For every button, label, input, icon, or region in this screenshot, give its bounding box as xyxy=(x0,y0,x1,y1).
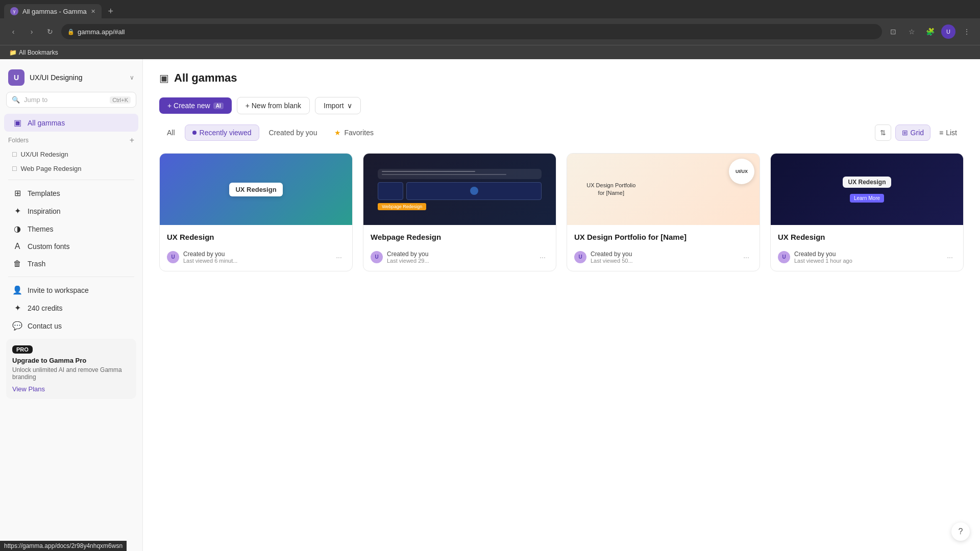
toolbar-actions: ⊡ ☆ 🧩 U ⋮ xyxy=(886,24,974,39)
card-body: UX Redesign U Created by you Last viewed… xyxy=(160,225,352,271)
invite-icon: 👤 xyxy=(12,285,22,295)
card-avatar: U xyxy=(778,251,790,263)
card-more-button[interactable]: ··· xyxy=(333,251,345,263)
portfolio-text: UX Design Portfoliofor [Name] xyxy=(586,182,635,197)
folder-icon: 📁 xyxy=(9,49,17,56)
cards-grid: UX Redesign UX Redesign U Created by you… xyxy=(159,153,964,271)
search-bar[interactable]: 🔍 Jump to Ctrl+K xyxy=(6,92,136,108)
card-last-viewed: Last viewed 6 minut... xyxy=(183,258,329,264)
sidebar-item-credits[interactable]: ✦ 240 credits xyxy=(4,299,138,317)
card-avatar: U xyxy=(167,251,179,263)
forward-button[interactable]: › xyxy=(24,24,39,39)
menu-icon[interactable]: ⋮ xyxy=(960,24,974,39)
card-body: Webpage Redesign U Created by you Last v… xyxy=(363,225,556,271)
lock-icon: 🔒 xyxy=(67,29,75,35)
inspiration-label: Inspiration xyxy=(28,207,61,215)
folder-web-page-redesign[interactable]: □ Web Page Redesign xyxy=(4,161,138,176)
workspace-avatar: U xyxy=(8,69,24,86)
new-from-blank-button[interactable]: + New from blank xyxy=(237,97,310,114)
star-icon: ★ xyxy=(334,129,341,137)
reload-button[interactable]: ↻ xyxy=(43,24,57,39)
address-bar[interactable]: 🔒 gamma.app/#all xyxy=(61,24,882,39)
card-meta-info: Created by you Last viewed 29... xyxy=(387,251,532,264)
tab-close-btn[interactable]: ✕ xyxy=(91,8,95,15)
card-body: UX Redesign U Created by you Last viewed… xyxy=(771,225,963,271)
list-icon: ≡ xyxy=(939,129,943,137)
thumb-label-4: UX Redesign xyxy=(843,177,891,188)
active-tab[interactable]: γ All gammas - Gamma ✕ xyxy=(4,4,102,18)
card-creator: Created by you xyxy=(183,251,329,258)
profile-icon[interactable]: U xyxy=(941,24,955,39)
search-icon: 🔍 xyxy=(12,96,20,104)
card-more-button[interactable]: ··· xyxy=(944,251,956,263)
card-more-button[interactable]: ··· xyxy=(536,251,549,263)
cast-icon[interactable]: ⊡ xyxy=(886,24,900,39)
sort-button[interactable]: ⇅ xyxy=(875,124,891,141)
card-creator: Created by you xyxy=(591,251,736,258)
app-container: U UX/UI Designing ∨ 🔍 Jump to Ctrl+K ▣ A… xyxy=(0,59,980,551)
custom-fonts-icon: A xyxy=(12,242,22,251)
card-meta: U Created by you Last viewed 50... ··· xyxy=(574,251,752,264)
new-tab-button[interactable]: + xyxy=(104,4,118,18)
import-button[interactable]: Import ∨ xyxy=(315,97,361,114)
sidebar-divider-2 xyxy=(8,277,134,277)
sidebar-item-themes[interactable]: ◑ Themes xyxy=(4,220,138,238)
filter-tab-created-by-you[interactable]: Created by you xyxy=(261,124,325,141)
list-view-button[interactable]: ≡ List xyxy=(933,124,964,141)
pro-badge: PRO xyxy=(12,345,33,354)
card-title: UX Redesign xyxy=(167,232,345,242)
sidebar-item-inspiration[interactable]: ✦ Inspiration xyxy=(4,202,138,220)
tab-title: All gammas - Gamma xyxy=(22,8,87,15)
bookmark-all-bookmarks[interactable]: 📁 All Bookmarks xyxy=(6,49,61,56)
filter-tab-favorites[interactable]: ★ Favorites xyxy=(327,124,381,141)
custom-fonts-label: Custom fonts xyxy=(28,242,69,251)
bookmarks-bar: 📁 All Bookmarks xyxy=(0,45,980,59)
card-ux-redesign-2[interactable]: UX Redesign Learn More UX Redesign U Cre… xyxy=(770,153,964,271)
sidebar-item-invite[interactable]: 👤 Invite to workspace xyxy=(4,281,138,299)
sidebar-item-contact[interactable]: 💬 Contact us xyxy=(4,317,138,335)
workspace-chevron-icon: ∨ xyxy=(130,74,134,81)
grid-view-button[interactable]: ⊞ Grid xyxy=(895,124,930,141)
upgrade-desc: Unlock unlimited AI and remove Gamma bra… xyxy=(12,366,130,381)
create-new-button[interactable]: + Create new AI xyxy=(159,97,232,114)
folder-icon: □ xyxy=(12,150,16,158)
card-ux-redesign-1[interactable]: UX Redesign UX Redesign U Created by you… xyxy=(159,153,353,271)
contact-label: Contact us xyxy=(28,322,62,330)
card-webpage-redesign[interactable]: Webpage Redesign Webpage Redesign U Crea… xyxy=(363,153,556,271)
templates-label: Templates xyxy=(28,189,60,197)
card-ux-portfolio[interactable]: UX Design Portfoliofor [Name] UI/UX UX D… xyxy=(567,153,760,271)
help-button-container: ? xyxy=(951,522,970,541)
credits-icon: ✦ xyxy=(12,303,22,313)
filter-tab-recently-viewed[interactable]: Recently viewed xyxy=(185,124,259,141)
page-header-icon: ▣ xyxy=(159,72,169,84)
themes-label: Themes xyxy=(28,225,54,233)
back-button[interactable]: ‹ xyxy=(6,24,20,39)
import-chevron-icon: ∨ xyxy=(347,102,352,110)
sidebar-item-trash[interactable]: 🗑 Trash xyxy=(4,255,138,272)
sidebar-item-all-gammas[interactable]: ▣ All gammas xyxy=(4,114,138,132)
workspace-header[interactable]: U UX/UI Designing ∨ xyxy=(0,65,142,92)
main-content: ▣ All gammas + Create new AI + New from … xyxy=(143,59,980,551)
filter-tab-all[interactable]: All xyxy=(159,124,183,141)
action-bar: + Create new AI + New from blank Import … xyxy=(159,97,964,114)
bookmark-star-icon[interactable]: ☆ xyxy=(904,24,919,39)
page-title: All gammas xyxy=(174,71,237,85)
sidebar-item-custom-fonts[interactable]: A Custom fonts xyxy=(4,238,138,255)
created-by-you-label: Created by you xyxy=(269,129,317,137)
add-folder-btn[interactable]: + xyxy=(130,136,134,145)
trash-icon: 🗑 xyxy=(12,259,22,268)
card-title: UX Redesign xyxy=(778,232,956,242)
card-more-button[interactable]: ··· xyxy=(740,251,752,263)
folder-label: UX/UI Redesign xyxy=(20,151,68,158)
extensions-icon[interactable]: 🧩 xyxy=(923,24,937,39)
card-thumbnail: Webpage Redesign xyxy=(363,154,556,225)
themes-icon: ◑ xyxy=(12,224,22,234)
all-gammas-label: All gammas xyxy=(28,119,65,127)
sidebar-item-templates[interactable]: ⊞ Templates xyxy=(4,184,138,202)
card-thumbnail: UX Design Portfoliofor [Name] UI/UX xyxy=(567,154,760,225)
grid-label: Grid xyxy=(911,129,924,137)
view-plans-link[interactable]: View Plans xyxy=(12,385,45,393)
folder-ux-ui-redesign[interactable]: □ UX/UI Redesign xyxy=(4,147,138,161)
help-button[interactable]: ? xyxy=(951,522,970,541)
search-shortcut: Ctrl+K xyxy=(110,96,131,104)
